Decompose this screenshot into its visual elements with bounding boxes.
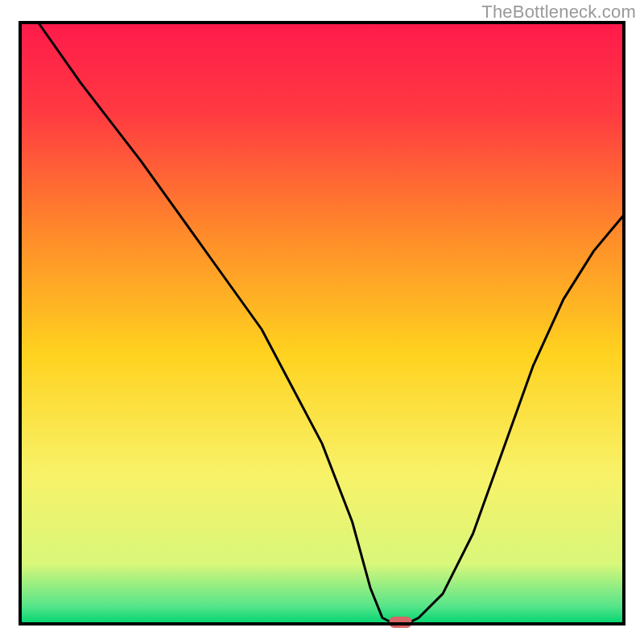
plot-background <box>20 23 624 624</box>
watermark-text: TheBottleneck.com <box>481 2 636 23</box>
bottleneck-chart <box>0 0 644 644</box>
chart-container: TheBottleneck.com <box>0 0 644 644</box>
